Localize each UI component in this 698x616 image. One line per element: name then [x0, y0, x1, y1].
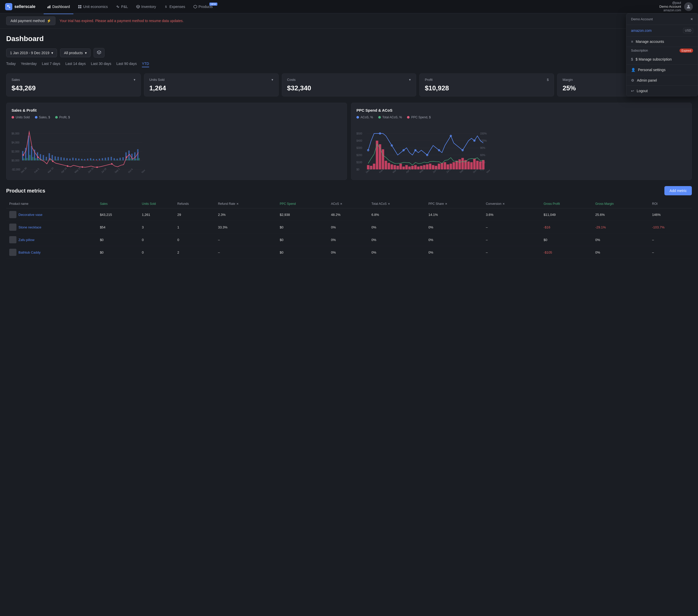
acos-cell: 0% — [328, 246, 368, 259]
dropdown-header: Demo Account ✕ — [626, 14, 698, 25]
navbar: sellerscale Dashboard Unit economics P&L — [0, 0, 698, 13]
trial-message: Your trial has expired. Please add a pay… — [59, 19, 184, 23]
roi-cell: – — [649, 234, 692, 246]
refunds-cell: 0 — [174, 234, 215, 246]
kpi-sales: Sales ▾ $43,269 — [6, 73, 141, 97]
gross-profit-cell: -$105 — [541, 246, 592, 259]
th-gross-margin: Gross Margin — [592, 199, 649, 208]
filters-row: 1 Jan 2019 - 9 Dec 2019 ▾ All products ▾ — [6, 48, 692, 57]
shortcut-last7[interactable]: Last 7 days — [42, 60, 60, 67]
chevron-down-icon[interactable]: ▾ — [409, 78, 411, 82]
user-handle: @paul — [659, 1, 681, 5]
product-name-cell[interactable]: Bathtub Caddy — [9, 249, 94, 256]
nav-item-pl[interactable]: P&L — [112, 3, 131, 10]
chevron-down-icon[interactable]: ▾ — [271, 78, 273, 82]
acos-cell: 0% — [328, 221, 368, 234]
logo-icon — [5, 3, 12, 10]
acos-cell: 48.2% — [328, 208, 368, 221]
manage-subscription-item[interactable]: $ $ Manage subscription — [626, 54, 698, 65]
gross-margin-cell: 0% — [592, 246, 649, 259]
units-sold-cell: 0 — [139, 246, 174, 259]
refunds-cell: 2 — [174, 246, 215, 259]
usd-badge: USD — [683, 28, 693, 33]
shortcut-last14[interactable]: Last 14 days — [66, 60, 86, 67]
logout-item[interactable]: ↩ Logout — [626, 86, 698, 96]
nav-item-unit-economics[interactable]: Unit economics — [74, 3, 111, 10]
user-name: Demo Account — [659, 5, 681, 9]
admin-icon: ⚙ — [631, 78, 634, 82]
nav-item-dashboard[interactable]: Dashboard — [44, 3, 74, 10]
table-row: Zafu pillow $0 0 0 – $0 0% 0% 0% – $0 0%… — [6, 234, 692, 246]
close-refund-rate-icon[interactable]: ✕ — [236, 202, 239, 206]
table-row: Bathtub Caddy $0 0 2 – $0 0% 0% 0% – -$1… — [6, 246, 692, 259]
close-ppc-share-icon[interactable]: ✕ — [445, 202, 447, 206]
product-link[interactable]: Bathtub Caddy — [18, 251, 41, 254]
roi-cell: – — [649, 246, 692, 259]
close-total-acos-icon[interactable]: ✕ — [388, 202, 390, 206]
product-name-cell[interactable]: Zafu pillow — [9, 236, 94, 243]
close-acos-icon[interactable]: ✕ — [340, 202, 342, 206]
user-platform: amazon.com — [659, 9, 681, 12]
date-range-filter[interactable]: 1 Jan 2019 - 9 Dec 2019 ▾ — [6, 48, 57, 57]
th-sales: Sales — [97, 199, 139, 208]
shortcut-last30[interactable]: Last 30 days — [91, 60, 111, 67]
shortcut-ytd[interactable]: YTD — [142, 60, 149, 67]
product-link[interactable]: Zafu pillow — [18, 238, 34, 242]
add-metric-button[interactable]: Add metric — [665, 186, 692, 195]
product-table-body: Decorative vase $43,215 1,261 29 2.3% $2… — [6, 208, 692, 259]
shortcut-today[interactable]: Today — [6, 60, 16, 67]
manage-accounts-item[interactable]: ≡ Manage accounts — [626, 37, 698, 47]
nav-item-products[interactable]: Products NEW — [190, 3, 216, 10]
close-conversion-icon[interactable]: ✕ — [502, 202, 505, 206]
legend-dot-total-acos — [378, 116, 381, 118]
legend-ppc-spend: PPC Spend, $ — [407, 115, 431, 119]
product-metrics-table: Product name Sales Units Sold Refunds Re… — [6, 199, 692, 259]
chart-bar-icon — [47, 5, 51, 9]
th-ppc-spend: PPC Spend — [277, 199, 328, 208]
personal-settings-item[interactable]: 👤 Personal settings — [626, 65, 698, 75]
product-link[interactable]: Decorative vase — [18, 213, 42, 216]
date-shortcuts: Today Yesterday Last 7 days Last 14 days… — [6, 60, 692, 67]
arrows-icon — [116, 5, 120, 9]
roi-cell: -103.7% — [649, 221, 692, 234]
units-sold-cell: 3 — [139, 221, 174, 234]
product-name-cell[interactable]: Stone necklace — [9, 224, 94, 231]
admin-panel-item[interactable]: ⚙ Admin panel — [626, 75, 698, 86]
shortcut-last90[interactable]: Last 90 days — [116, 60, 137, 67]
refund-rate-cell: 2.3% — [215, 208, 277, 221]
legend-dot-acos — [357, 116, 359, 118]
user-info[interactable]: @paul Demo Account amazon.com — [659, 1, 681, 12]
lightning-icon: ⚡ — [47, 19, 51, 23]
kpi-units-sold: Units Sold ▾ 1,264 — [144, 73, 279, 97]
legend-dot-sales — [35, 116, 38, 118]
cube-filter-button[interactable] — [94, 48, 104, 57]
product-link[interactable]: Stone necklace — [18, 225, 41, 229]
gross-margin-cell: 25.6% — [592, 208, 649, 221]
products-filter[interactable]: All products ▾ — [60, 48, 90, 57]
th-product-name: Product name — [6, 199, 97, 208]
chevron-down-icon[interactable]: ▾ — [134, 78, 136, 82]
sales-cell: $43,215 — [97, 208, 139, 221]
avatar[interactable] — [684, 2, 693, 11]
refund-rate-cell: 33.3% — [215, 221, 277, 234]
total-acos-cell: 0% — [368, 221, 425, 234]
nav-right: @paul Demo Account amazon.com — [659, 1, 693, 12]
trial-banner: Add payment method ⚡ Your trial has expi… — [0, 13, 698, 28]
dropdown-close-icon[interactable]: ✕ — [690, 17, 693, 21]
sales-cell: $0 — [97, 234, 139, 246]
box-icon — [136, 5, 140, 9]
svg-rect-9 — [80, 7, 81, 8]
nav-item-expenses[interactable]: $ Expenses — [160, 3, 189, 10]
account-name[interactable]: amazon.com — [631, 28, 652, 32]
logo[interactable]: sellerscale — [5, 3, 36, 10]
svg-rect-8 — [78, 7, 80, 8]
conversion-cell: 3.6% — [483, 208, 541, 221]
nav-item-inventory[interactable]: Inventory — [133, 3, 160, 10]
add-payment-button[interactable]: Add payment method ⚡ — [6, 16, 55, 25]
svg-point-12 — [688, 5, 689, 7]
table-header-row: Product name Sales Units Sold Refunds Re… — [6, 199, 692, 208]
product-name-cell[interactable]: Decorative vase — [9, 211, 94, 218]
product-thumbnail — [9, 224, 16, 231]
sales-profit-title: Sales & Profit — [12, 108, 341, 112]
shortcut-yesterday[interactable]: Yesterday — [21, 60, 37, 67]
